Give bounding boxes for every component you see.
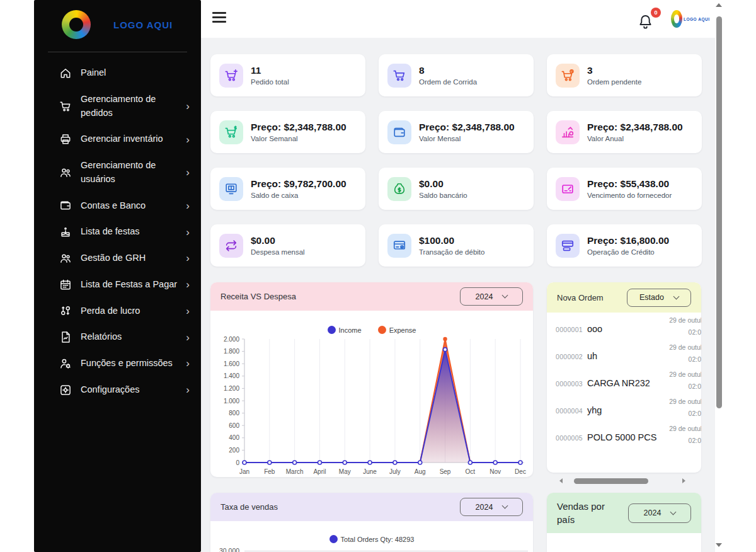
svg-text:March: March <box>286 468 304 475</box>
stat-label: Valor Anual <box>587 135 683 142</box>
notifications-button[interactable]: 0 <box>637 8 658 31</box>
sidebar-item-contas-banco[interactable]: Contas e Banco › <box>34 193 201 219</box>
chevron-right-icon: › <box>186 167 190 178</box>
stat-card-saldo-caixa: Preço: $9,782,700.00 Saldo de caixa <box>210 168 365 210</box>
stat-card-despesa-mensal: $0.00 Despesa mensal <box>210 224 365 267</box>
stat-label: Transação de débito <box>419 248 484 256</box>
orders-panel-header: Nova Ordem Estado <box>547 282 701 313</box>
svg-text:Dec: Dec <box>515 468 526 475</box>
sidebar-item-festas-a-pagar[interactable]: Lista de Festas a Pagar › <box>34 272 201 298</box>
list-item[interactable]: 0000003 CARGA NR232 29 de outubro 02:0 <box>547 367 701 394</box>
revenue-panel-header: Receita VS Despesa 2024 <box>210 282 533 311</box>
stat-value: Preço: $2,348,788.00 <box>251 122 346 133</box>
country-panel-header: Vendas por país 2024 <box>547 493 701 533</box>
scrollbar-track[interactable] <box>566 478 679 484</box>
sidebar-item-label: Configurações <box>81 383 180 397</box>
stat-label: Valor Mensal <box>419 135 515 142</box>
year-select[interactable]: 2024 <box>628 503 691 523</box>
expense-legend-dot <box>378 326 386 334</box>
sidebar-item-funcoes-permissoes[interactable]: Funções e permissões › <box>34 350 201 377</box>
chevron-down-icon <box>673 293 680 299</box>
wallet-icon <box>59 199 72 212</box>
svg-text:2.000: 2.000 <box>224 336 239 343</box>
stat-card-valor-semanal: Preço: $2,348,788.00 Valor Semanal <box>210 111 365 153</box>
brand-logo[interactable]: LOGO AQUI <box>34 0 201 48</box>
expense-legend-label: Expense <box>389 326 416 334</box>
estado-select-value: Estado <box>639 293 664 302</box>
list-item[interactable]: 0000005 POLO 5000 PCS 29 de outubro 02:0 <box>547 421 701 448</box>
order-date: 29 de outubro <box>669 425 701 432</box>
sidebar-item-configuracoes[interactable]: Configurações › <box>34 377 201 403</box>
svg-text:Aug: Aug <box>415 468 426 475</box>
stat-cards-grid: 11 Pedido total 8 Ordem de Corrida 3 Ord… <box>210 54 702 267</box>
scroll-left-arrow[interactable] <box>559 478 563 483</box>
notification-badge: 0 <box>651 8 661 18</box>
year-select[interactable]: 2024 <box>460 287 523 306</box>
stat-card-ordem-pendente: 3 Ordem pendente <box>547 54 702 96</box>
order-number: 0000001 <box>556 326 583 333</box>
page-scroll-up-arrow[interactable] <box>716 3 722 7</box>
stat-card-transacao-debito: $100.00 Transação de débito <box>379 224 534 267</box>
year-select[interactable]: 2024 <box>460 498 523 516</box>
svg-text:July: July <box>389 468 401 475</box>
list-item[interactable]: 0000004 yhg 29 de outubro 02:0 <box>547 394 701 421</box>
user-avatar[interactable]: LOGO AQUI <box>671 10 709 28</box>
list-item[interactable]: 0000002 uh 29 de outubro 02:0 <box>547 340 701 367</box>
order-time: 02:0 <box>639 435 701 447</box>
sidebar-item-gestao-grh[interactable]: Gestão de GRH › <box>34 245 201 272</box>
order-time: 02:0 <box>639 408 701 420</box>
scroll-right-arrow[interactable] <box>682 478 685 483</box>
stat-label: Despesa mensal <box>251 248 305 256</box>
year-select-value: 2024 <box>476 503 493 512</box>
stat-value: Preço: $9,782,700.00 <box>251 178 346 190</box>
sidebar-item-gerenciamento-pedidos[interactable]: Gerenciamento de pedidos › <box>34 86 201 127</box>
order-name: uh <box>587 351 597 361</box>
coins-icon <box>59 304 72 317</box>
sidebar-item-relatorios[interactable]: Relatórios › <box>34 324 201 350</box>
stat-value: Preço: $55,438.00 <box>587 178 672 190</box>
chevron-right-icon: › <box>186 306 190 316</box>
sales-rate-panel: Taxa de vendas 2024 Total Orders Qty: 48… <box>210 493 533 552</box>
order-time: 02:0 <box>639 326 701 338</box>
page-scroll-down-arrow[interactable] <box>716 543 722 547</box>
sidebar-item-gerenciamento-usuarios[interactable]: Gerenciamento de usuários › <box>34 152 201 193</box>
chart-legend: Total Orders Qty: 48293 <box>210 535 533 543</box>
svg-text:1.800: 1.800 <box>224 348 239 355</box>
chevron-right-icon: › <box>186 101 190 112</box>
cart-icon <box>387 64 411 88</box>
scrollbar-thumb[interactable] <box>574 478 648 484</box>
sidebar: LOGO AQUI Painel Gerenciamento de pedido… <box>34 0 201 552</box>
atm-icon <box>219 177 243 201</box>
stat-label: Pedido total <box>251 78 289 86</box>
stat-label: Ordem de Corrida <box>419 78 477 86</box>
sidebar-item-painel[interactable]: Painel <box>34 60 201 86</box>
sidebar-item-lista-festas[interactable]: Lista de festas › <box>34 219 201 245</box>
list-item[interactable]: 0000001 ooo 29 de outubro 02:0 <box>547 313 701 340</box>
page-scrollbar-thumb[interactable] <box>716 16 722 408</box>
sidebar-item-gerenciar-inventario[interactable]: Gerenciar inventário › <box>34 126 201 152</box>
logo-swirl-icon <box>671 10 682 28</box>
cart-icon <box>59 100 72 113</box>
orders-horizontal-scrollbar <box>559 477 685 485</box>
sidebar-divider <box>48 52 187 52</box>
exchange-icon <box>219 234 243 258</box>
topbar: 0 LOGO AQUI <box>201 0 715 38</box>
svg-text:Sep: Sep <box>440 468 451 475</box>
order-name: ooo <box>587 324 602 334</box>
estado-filter-select[interactable]: Estado <box>627 289 691 307</box>
sidebar-menu: Painel Gerenciamento de pedidos › Gerenc… <box>34 59 201 405</box>
sidebar-item-label: Gestão de GRH <box>81 251 180 265</box>
svg-text:Jan: Jan <box>239 468 249 475</box>
calendar-icon <box>59 279 72 291</box>
svg-text:800: 800 <box>229 410 239 417</box>
gridline <box>244 551 528 551</box>
chevron-right-icon: › <box>186 227 190 238</box>
svg-text:400: 400 <box>229 434 239 441</box>
chevron-down-icon <box>502 292 508 299</box>
stat-value: Preço: $16,800.00 <box>587 235 669 246</box>
order-number: 0000005 <box>556 434 583 442</box>
users-icon <box>59 166 72 179</box>
income-expense-chart: 02004006008001.0001.2001.4001.6001.8002.… <box>215 334 528 479</box>
sidebar-item-perda-lucro[interactable]: Perda de lucro › <box>34 298 201 325</box>
menu-toggle-button[interactable] <box>212 12 226 25</box>
